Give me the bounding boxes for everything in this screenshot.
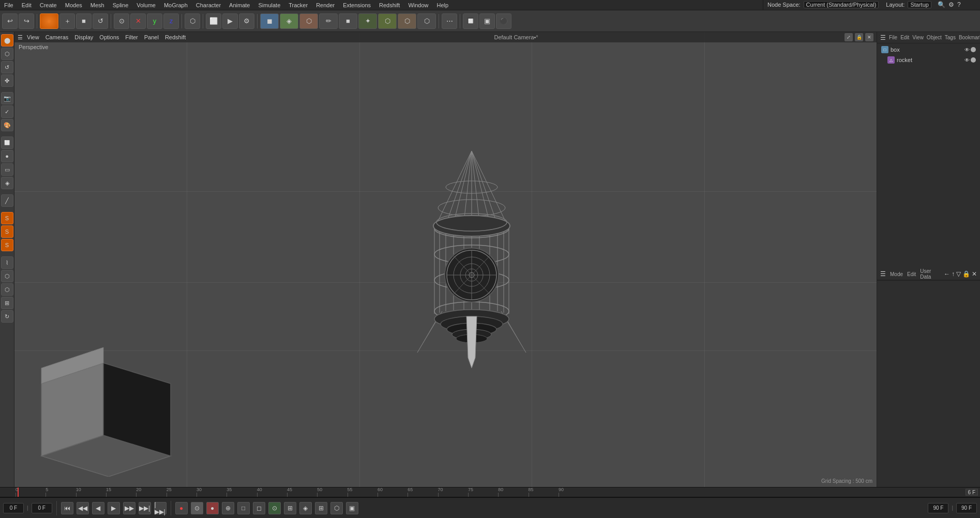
menu-redshift[interactable]: Redshift — [375, 2, 404, 8]
object-item-box[interactable]: □ box 👁 — [877, 44, 980, 55]
search-icon[interactable]: 🔍 — [938, 1, 945, 8]
snap-tool-3[interactable]: ⬡ — [299, 13, 318, 29]
playback-mode-10[interactable]: ⬡ — [330, 502, 343, 514]
playback-mode-3[interactable]: ⊕ — [222, 502, 234, 514]
tool-grid-tool[interactable]: ⊞ — [1, 297, 13, 309]
play-button[interactable]: ▶ — [108, 502, 120, 514]
playback-mode-5[interactable]: ◻ — [253, 502, 265, 514]
node-space-value[interactable]: Current (Standard/Physical) — [804, 1, 879, 8]
snap-tool-1[interactable]: ◼ — [260, 13, 279, 29]
world-button[interactable]: ⬡ — [185, 13, 200, 29]
tool-paint[interactable]: 🎨 — [1, 119, 13, 131]
menu-create[interactable]: Create — [36, 2, 61, 8]
mode-edit-btn[interactable]: Edit — [907, 271, 916, 277]
render-settings-button[interactable]: ⚙ — [239, 13, 254, 29]
move-y-button[interactable]: y — [147, 13, 162, 29]
box-dot-icon[interactable] — [971, 47, 976, 52]
go-end-button[interactable]: |▶▶| — [154, 502, 167, 514]
settings-icon[interactable]: ⚙ — [948, 1, 954, 8]
playback-mode-6[interactable]: ⊙ — [268, 502, 281, 514]
snap-tool-7[interactable]: ⬡ — [378, 13, 397, 29]
play-fwd-button[interactable]: ▶▶ — [123, 502, 135, 514]
tool-special[interactable]: ◈ — [1, 177, 13, 189]
tool-box[interactable]: ⬜ — [1, 136, 13, 149]
playback-mode-1[interactable]: ⊙ — [191, 502, 203, 514]
play-rev-button[interactable]: ◀ — [92, 502, 104, 514]
mode-lock2-icon[interactable]: 🔒 — [962, 270, 970, 278]
tool-s1[interactable]: S — [1, 212, 13, 224]
menu-volume[interactable]: Volume — [132, 2, 160, 8]
tool-move[interactable]: ⬤ — [1, 34, 13, 47]
viewport-options-menu[interactable]: Options — [97, 34, 121, 40]
viewport-lock-icon[interactable]: 🔒 — [855, 33, 863, 41]
layout-value[interactable]: Startup — [908, 1, 931, 8]
playback-mode-9[interactable]: ⊞ — [315, 502, 327, 514]
tool-s3[interactable]: S — [1, 239, 13, 251]
move-z-button[interactable]: z — [163, 13, 179, 29]
help-icon[interactable]: ? — [957, 1, 961, 8]
mode-userdata-btn[interactable]: User Data — [920, 268, 940, 280]
tool-view-check[interactable]: ✓ — [1, 105, 13, 118]
menu-mesh[interactable]: Mesh — [86, 2, 109, 8]
tool-rotate[interactable]: ↺ — [1, 61, 13, 73]
viewport-close-icon[interactable]: ✕ — [865, 33, 873, 41]
tool-cycle[interactable]: ↻ — [1, 310, 13, 323]
tool-band[interactable]: ⌇ — [1, 256, 13, 269]
panel-view-btn[interactable]: View — [912, 35, 924, 40]
undo-button[interactable]: ↩ — [2, 13, 18, 29]
viewport-panel-menu[interactable]: Panel — [142, 34, 161, 40]
menu-help[interactable]: Help — [433, 2, 453, 8]
panel-edit-btn[interactable]: Edit — [900, 35, 909, 40]
viewport-redshift-menu[interactable]: Redshift — [163, 34, 188, 40]
render-view-button[interactable]: ▣ — [479, 13, 495, 29]
mode-close2-icon[interactable]: ✕ — [972, 270, 977, 278]
dotdot-button[interactable]: ⋯ — [442, 13, 457, 29]
playback-mode-2[interactable]: ● — [206, 502, 219, 514]
tool-transform[interactable]: ✤ — [1, 74, 13, 87]
mode-btn[interactable]: Mode — [890, 271, 903, 277]
menu-animate[interactable]: Animate — [225, 2, 254, 8]
fps-display[interactable]: 6 F — [966, 489, 978, 496]
rotate-button[interactable]: ↺ — [93, 13, 108, 29]
menu-character[interactable]: Character — [192, 2, 225, 8]
playback-mode-4[interactable]: □ — [237, 502, 250, 514]
object-mode-button[interactable]: ● — [40, 13, 58, 29]
go-next-button[interactable]: ▶▶| — [139, 502, 151, 514]
menu-file[interactable]: File — [0, 2, 18, 8]
box-vis-icon[interactable]: 👁 — [964, 47, 970, 53]
tool-plane[interactable]: ▭ — [1, 163, 13, 176]
mode-up-icon[interactable]: ↑ — [952, 270, 955, 278]
viewport-display-menu[interactable]: Display — [72, 34, 95, 40]
playback-mode-11[interactable]: ▣ — [346, 502, 358, 514]
redo-button[interactable]: ↪ — [19, 13, 34, 29]
snap-tool-9[interactable]: ⬡ — [417, 13, 436, 29]
panel-menu-icon[interactable]: ☰ — [880, 34, 886, 41]
render-button[interactable]: ▶ — [222, 13, 238, 29]
go-prev-button[interactable]: ◀◀ — [77, 502, 89, 514]
playback-mode-7[interactable]: ⊞ — [284, 502, 296, 514]
frame-max2-field[interactable]: 90 F — [956, 503, 977, 513]
fullscreen-icon[interactable]: ⤢ — [845, 33, 853, 41]
go-start-button[interactable]: ⏮ — [61, 502, 73, 514]
record-button[interactable]: ● — [175, 502, 188, 514]
rocket-vis-icon[interactable]: 👁 — [964, 57, 970, 63]
panel-object-btn[interactable]: Object — [927, 35, 942, 40]
panel-tags-btn[interactable]: Tags — [945, 35, 956, 40]
move-x-button[interactable]: ✕ — [130, 13, 146, 29]
menu-render[interactable]: Render — [312, 2, 339, 8]
render-region-button[interactable]: ⬜ — [206, 13, 221, 29]
tool-sphere[interactable]: ● — [1, 150, 13, 162]
viewport-filter-menu[interactable]: Filter — [123, 34, 140, 40]
tool-camera[interactable]: 📷 — [1, 92, 13, 104]
mode-menu-icon[interactable]: ☰ — [880, 270, 886, 278]
group-button[interactable]: ■ — [76, 13, 92, 29]
playback-mode-8[interactable]: ◈ — [299, 502, 312, 514]
snap-tool-8[interactable]: ⬡ — [398, 13, 416, 29]
menu-simulate[interactable]: Simulate — [254, 2, 284, 8]
menu-extensions[interactable]: Extensions — [339, 2, 375, 8]
frame-max-field[interactable]: 90 F — [928, 503, 948, 513]
tool-scale[interactable]: ⬡ — [1, 48, 13, 60]
object-item-rocket[interactable]: △ rocket 👁 — [877, 55, 980, 65]
frame-min-field[interactable]: 0 F — [32, 503, 52, 513]
grid-button[interactable]: 🔲 — [463, 13, 478, 29]
